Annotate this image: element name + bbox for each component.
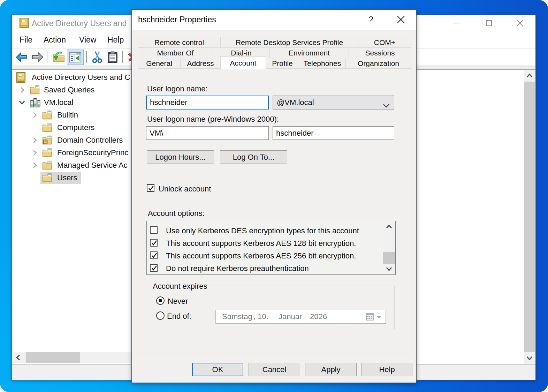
toolbar-separator	[47, 51, 47, 63]
export-list-button[interactable]	[52, 49, 66, 65]
listbox-scrollbar[interactable]	[383, 221, 395, 274]
dialog-title: hschneider Properties	[138, 10, 216, 29]
scroll-left-icon[interactable]	[13, 352, 23, 363]
tab-remote-control[interactable]: Remote control	[138, 37, 221, 48]
chevron-down-icon	[383, 101, 390, 110]
never-radio[interactable]	[156, 296, 165, 305]
radio-dot	[159, 299, 162, 302]
folder-icon	[42, 160, 52, 171]
checkmark-icon	[150, 251, 159, 260]
toolbar-separator	[86, 51, 87, 63]
vertical-scroll-thumb[interactable]	[524, 82, 535, 352]
date-year: 2026	[310, 310, 327, 323]
folder-icon	[42, 122, 52, 133]
upn-suffix-dropdown[interactable]: @VM.local	[273, 96, 394, 110]
option-checkbox[interactable]	[150, 264, 158, 272]
date-weekday: Samstag	[222, 310, 252, 323]
properties-dialog: hschneider Properties ? Remote control R…	[131, 9, 417, 383]
cut-button[interactable]	[90, 49, 105, 65]
scroll-down-icon[interactable]	[524, 353, 535, 364]
log-on-to-button[interactable]: Log On To...	[220, 150, 287, 164]
never-label: Never	[168, 297, 188, 306]
dialog-help-button[interactable]: ?	[363, 10, 379, 29]
maximize-icon	[486, 20, 492, 26]
scroll-up-icon[interactable]	[383, 221, 395, 232]
help-icon: ?	[368, 15, 373, 24]
option-checkbox[interactable]	[150, 226, 158, 234]
maximize-button[interactable]	[478, 15, 500, 31]
menu-action[interactable]: Action	[44, 32, 66, 48]
menu-view[interactable]: View	[79, 32, 96, 48]
tab-account[interactable]: Account	[220, 56, 266, 69]
tab-remote-desktop-services-profile[interactable]: Remote Desktop Services Profile	[220, 37, 358, 48]
user-logon-name-input[interactable]: hschneider	[146, 96, 269, 110]
back-button[interactable]	[15, 49, 29, 65]
folder-icon	[30, 85, 40, 95]
toolbar-separator	[122, 51, 123, 63]
ok-button[interactable]: OK	[192, 363, 243, 376]
close-icon	[516, 20, 524, 27]
unlock-account-checkbox[interactable]	[147, 184, 154, 192]
tab-environment[interactable]: Environment	[269, 47, 349, 58]
unlock-account-label: Unlock account	[159, 184, 211, 194]
checkmark-icon	[150, 264, 159, 273]
export-list-icon	[53, 52, 65, 63]
account-options-label: Account options:	[148, 209, 205, 218]
tab-com-plus[interactable]: COM+	[358, 37, 411, 48]
paste-button[interactable]	[105, 49, 120, 65]
chevron-right-icon[interactable]	[31, 112, 38, 118]
pre2000-label: User logon name (pre-Windows 2000):	[147, 115, 279, 124]
chevron-right-icon[interactable]	[19, 87, 25, 93]
app-directory-book-icon	[20, 18, 29, 28]
close-icon	[397, 15, 405, 24]
option-checkbox[interactable]	[150, 251, 158, 259]
listbox-scroll-thumb[interactable]	[383, 252, 395, 264]
chevron-down-icon[interactable]	[19, 99, 25, 106]
folder-icon	[42, 173, 52, 183]
calendar-dropdown-icon[interactable]	[376, 316, 382, 319]
account-options-listbox[interactable]: Use only Kerberos DES encryption types f…	[146, 221, 396, 275]
tab-telephones[interactable]: Telephones	[299, 58, 346, 69]
tab-profile[interactable]: Profile	[266, 58, 299, 69]
chevron-right-icon[interactable]	[31, 137, 38, 143]
show-console-tree-button[interactable]	[67, 50, 84, 65]
menu-file[interactable]: File	[20, 32, 32, 48]
tab-member-of[interactable]: Member Of	[138, 47, 213, 58]
chevron-right-icon[interactable]	[31, 162, 38, 168]
end-of-label: End of:	[167, 312, 191, 321]
pre2000-name-input[interactable]: hschneider	[273, 126, 394, 140]
menu-help[interactable]: Help	[107, 32, 124, 48]
apply-button[interactable]: Apply	[305, 363, 357, 376]
domain-icon	[30, 97, 40, 108]
minimize-icon	[453, 23, 460, 23]
back-icon	[16, 52, 28, 62]
cancel-button[interactable]: Cancel	[249, 363, 300, 376]
minimize-button[interactable]	[445, 15, 467, 31]
close-button[interactable]	[509, 15, 531, 31]
tab-general[interactable]: General	[138, 58, 181, 69]
date-month: Januar	[279, 310, 302, 323]
tab-address[interactable]: Address	[180, 58, 221, 69]
end-of-radio[interactable]	[156, 311, 165, 320]
chevron-right-icon[interactable]	[31, 150, 38, 156]
directory-book-icon	[16, 72, 26, 83]
pre2000-domain-input[interactable]: VM\	[146, 126, 269, 140]
horizontal-scroll-thumb[interactable]	[26, 352, 80, 363]
expire-date-picker[interactable]: Samstag , 10. Januar 2026	[215, 310, 386, 324]
folder-domain-controllers-icon	[42, 135, 52, 145]
forward-button[interactable]	[31, 49, 45, 65]
user-logon-name-label: User logon name:	[147, 84, 208, 93]
dialog-titlebar[interactable]: hschneider Properties ?	[132, 10, 416, 30]
status-bar-divider	[476, 367, 476, 378]
help-button[interactable]: Help	[361, 363, 412, 376]
show-console-tree-icon	[69, 52, 81, 62]
dialog-close-button[interactable]	[393, 10, 409, 29]
tab-organization[interactable]: Organization	[345, 58, 411, 69]
scroll-up-icon[interactable]	[524, 70, 535, 81]
scroll-down-icon[interactable]	[383, 264, 395, 274]
logon-hours-button[interactable]: Logon Hours...	[147, 150, 214, 164]
tab-sessions[interactable]: Sessions	[349, 47, 411, 58]
tree-horizontal-scrollbar[interactable]	[13, 352, 138, 363]
results-vertical-scrollbar[interactable]	[524, 70, 535, 364]
option-checkbox[interactable]	[150, 239, 158, 247]
